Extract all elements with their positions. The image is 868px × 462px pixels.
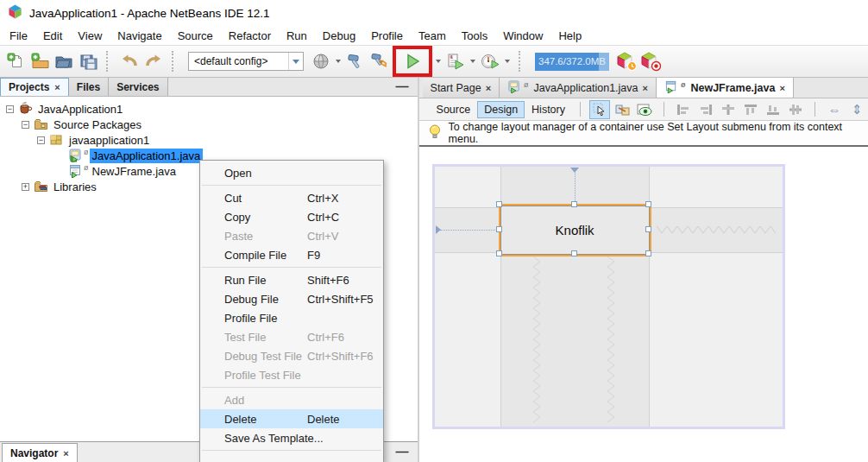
profile-point-clock-button[interactable] [614, 49, 638, 73]
memory-meter-label: 347.6/372.0MB [538, 56, 606, 66]
context-menu-item-save-as-template[interactable]: Save As Template... [200, 428, 383, 447]
context-menu-item-run-file[interactable]: Run File Shift+F6 [200, 270, 383, 289]
profile-project-button[interactable] [478, 49, 502, 73]
debug-project-button[interactable]: 1 [443, 49, 468, 73]
menu-help[interactable]: Help [550, 28, 589, 44]
resize-handle-n[interactable] [571, 201, 577, 207]
expand-icon[interactable]: + [22, 183, 29, 191]
save-all-icon [79, 53, 97, 70]
open-project-icon [54, 53, 73, 70]
menu-view[interactable]: View [70, 28, 110, 44]
close-icon[interactable]: × [643, 83, 648, 93]
horizontal-gap-spring [657, 223, 776, 237]
context-menu-item-compile-file[interactable]: Compile File F9 [200, 245, 383, 264]
menu-source[interactable]: Source [170, 28, 221, 44]
view-history-button[interactable]: History [525, 101, 572, 118]
open-project-button[interactable] [52, 49, 76, 73]
annotation-badge-icon: ø [524, 80, 529, 89]
menu-refactor[interactable]: Refactor [221, 28, 279, 44]
clean-build-project-button[interactable] [368, 49, 392, 73]
resize-handle-e[interactable] [645, 226, 651, 232]
config-select[interactable]: <default config> [188, 52, 304, 71]
new-file-button[interactable] [3, 49, 28, 73]
tree-item-package[interactable]: − javaapplication1 [0, 132, 418, 148]
resize-handle-w[interactable] [496, 226, 502, 232]
resize-handle-sw[interactable] [496, 250, 502, 256]
annotation-badge-icon: ø [84, 148, 89, 156]
undo-button[interactable] [117, 49, 142, 73]
new-project-button[interactable] [28, 49, 52, 73]
resize-vertical-button[interactable]: ⇕ [846, 100, 867, 119]
set-configuration-button[interactable] [309, 49, 333, 73]
chevron-down-icon[interactable] [505, 60, 510, 63]
align-left-button[interactable] [673, 100, 694, 119]
debug-icon: 1 [446, 53, 465, 70]
tab-newjframe-java[interactable]: ø NewJFrame.java × [657, 78, 794, 98]
align-right-button[interactable] [695, 100, 716, 119]
minimize-panel-button[interactable]: — [396, 79, 409, 93]
close-icon[interactable]: × [779, 83, 784, 93]
chevron-down-icon[interactable] [470, 60, 475, 63]
menu-profile[interactable]: Profile [363, 28, 411, 44]
preview-design-button[interactable] [634, 100, 655, 119]
close-icon[interactable]: × [486, 83, 491, 93]
tree-item-source-packages[interactable]: − Source Packages [0, 117, 418, 132]
menu-team[interactable]: Team [411, 28, 454, 44]
view-design-button[interactable]: Design [477, 101, 525, 118]
collapse-icon[interactable]: − [22, 121, 29, 129]
menu-run[interactable]: Run [279, 28, 315, 44]
hammer-icon [346, 53, 365, 70]
menu-window[interactable]: Window [495, 28, 550, 44]
context-menu-item-delete[interactable]: Delete Delete [200, 409, 383, 428]
resize-handle-ne[interactable] [645, 201, 651, 207]
tab-navigator[interactable]: Navigator × [2, 443, 78, 462]
context-menu-item-profile-file[interactable]: Profile File [200, 308, 383, 327]
designed-jbutton[interactable]: Knoflik [500, 206, 650, 255]
chevron-down-icon[interactable] [336, 60, 341, 63]
resize-handle-nw[interactable] [496, 201, 502, 207]
redo-button[interactable] [142, 49, 166, 73]
memory-meter[interactable]: 347.6/372.0MB [535, 53, 609, 71]
save-all-button[interactable] [76, 49, 100, 73]
context-menu-item-open[interactable]: Open [200, 163, 383, 182]
context-menu-item-copy[interactable]: Copy Ctrl+C [200, 207, 383, 226]
context-menu-item-cut[interactable]: Cut Ctrl+X [200, 188, 383, 207]
tab-javaapplication1-java[interactable]: ø JavaApplication1.java × [500, 78, 657, 98]
profile-point-record-button[interactable] [638, 49, 663, 73]
menu-file[interactable]: File [2, 28, 35, 44]
close-icon[interactable]: × [63, 448, 68, 459]
menu-tools[interactable]: Tools [454, 28, 495, 44]
jframe-design-canvas[interactable]: Knoflik [432, 164, 785, 429]
align-bottom-button[interactable] [763, 100, 783, 119]
tab-start-page-label: Start Page [431, 82, 481, 94]
connection-mode-button[interactable] [612, 100, 632, 119]
chevron-down-icon[interactable] [436, 60, 441, 63]
collapse-icon[interactable]: − [37, 136, 45, 144]
run-project-button[interactable] [402, 51, 423, 72]
tree-item-project[interactable]: − JavaApplication1 [0, 101, 418, 117]
resize-handle-se[interactable] [645, 250, 651, 256]
tab-start-page[interactable]: Start Page × [423, 78, 500, 98]
context-menu-item-debug-file[interactable]: Debug File Ctrl+Shift+F5 [200, 289, 383, 308]
tab-files[interactable]: Files [69, 78, 109, 96]
collapse-icon[interactable]: − [6, 105, 14, 113]
center-vertical-button[interactable] [785, 100, 806, 119]
tab-services[interactable]: Services [109, 78, 167, 96]
close-icon[interactable]: × [54, 82, 60, 92]
resize-handle-s[interactable] [571, 250, 577, 256]
align-top-button[interactable] [740, 100, 761, 119]
resize-horizontal-button[interactable]: ⇔ [824, 100, 845, 119]
view-source-button[interactable]: Source [430, 101, 478, 118]
menu-navigate[interactable]: Navigate [110, 28, 169, 44]
center-horizontal-button[interactable] [718, 100, 739, 119]
anchor-arrow-left-icon [436, 225, 441, 234]
minimize-panel-button[interactable]: — [396, 444, 409, 459]
menu-debug[interactable]: Debug [315, 28, 363, 44]
chevron-down-icon[interactable] [288, 53, 303, 70]
menu-edit[interactable]: Edit [35, 28, 70, 44]
build-project-button[interactable] [343, 49, 368, 73]
tab-projects[interactable]: Projects × [0, 78, 69, 96]
selection-mode-button[interactable] [589, 100, 610, 119]
menu-separator [202, 450, 381, 451]
config-select-value: <default config> [189, 55, 288, 67]
